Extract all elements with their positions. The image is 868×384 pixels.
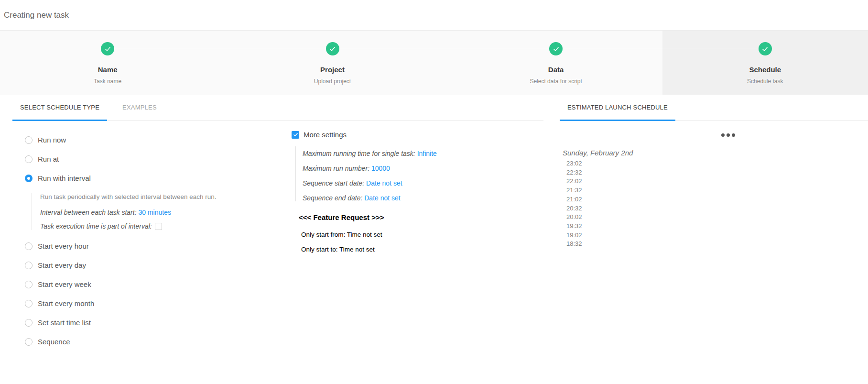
radio-option-set-start-time-list[interactable]: Set start time list [25,318,254,327]
radio-option-run-now[interactable]: Run now [25,136,254,144]
step-subtitle: Task name [94,78,121,85]
execution-setting-line: Task execution time is part of interval: [40,222,254,230]
launch-time-item: 21:02 [566,195,868,204]
radio-label: Start every week [38,280,91,288]
radio-option-start-every-month[interactable]: Start every month [25,299,254,307]
max-running-time-label: Maximum running time for single task: [303,150,415,157]
step-title: Name [98,66,118,74]
max-run-number-row: Maximum run number: 10000 [303,165,497,172]
schedule-tabs: SELECT SCHEDULE TYPE EXAMPLES [12,95,543,121]
radio-label: Start every day [38,261,86,269]
radio-icon[interactable] [25,155,33,163]
radio-icon[interactable] [25,300,33,307]
radio-checked-icon[interactable] [25,175,33,182]
more-settings-section: More settings Maximum running time for s… [292,131,497,252]
checkbox-checked-icon[interactable] [292,131,299,139]
step-subtitle: Select data for script [530,78,582,85]
radio-label: Run now [38,136,66,144]
content-area: Run now Run at Run with interval Run tas… [0,121,868,384]
launch-time-item: 20:02 [566,213,868,222]
schedule-date: Sunday, February 2nd [563,149,868,156]
execution-time-checkbox[interactable] [155,223,162,230]
estimated-launch-schedule-panel: Sunday, February 2nd 23:02 22:32 22:02 2… [560,121,868,249]
interval-value-link[interactable]: 30 minutes [138,208,171,216]
launch-time-item: 21:32 [566,186,868,195]
tab-estimated-launch-schedule[interactable]: ESTIMATED LAUNCH SCHEDULE [560,95,675,120]
radio-icon[interactable] [25,262,33,269]
max-run-number-label: Maximum run number: [303,165,369,172]
radio-option-sequence[interactable]: Sequence [25,338,254,346]
check-circle-icon [326,42,339,55]
step-subtitle: Schedule task [747,78,783,85]
sequence-end-date-row: Sequence end date: Date not set [303,195,497,201]
feature-request-section: <<< Feature Request >>> Only start from:… [292,214,497,252]
launch-time-item: 22:32 [566,168,868,177]
radio-label: Start every month [38,299,94,307]
step-data[interactable]: Data Select data for script [450,31,662,95]
only-start-from-text: Only start from: Time not set [301,231,497,238]
more-settings-label: More settings [304,131,347,139]
more-settings-items: Maximum running time for single task: In… [295,146,497,201]
radio-icon[interactable] [25,319,33,327]
launch-times-list: 23:02 22:32 22:02 21:32 21:02 20:32 20:0… [566,159,868,249]
radio-option-run-with-interval[interactable]: Run with interval [25,174,254,182]
schedule-type-list: Run now Run at Run with interval Run tas… [25,136,254,357]
step-schedule[interactable]: Schedule Schedule task [662,31,868,95]
check-circle-icon [549,42,563,55]
step-title: Project [320,66,345,74]
page-title: Creating new task [4,11,69,20]
more-settings-toggle[interactable]: More settings [292,131,497,139]
tabs-row: SELECT SCHEDULE TYPE EXAMPLES ESTIMATED … [0,95,868,121]
sequence-end-date-link[interactable]: Date not set [364,194,401,202]
launch-time-item: 19:32 [566,222,868,231]
sequence-start-date-label: Sequence start date: [303,179,364,187]
radio-icon[interactable] [25,338,33,346]
radio-label: Set start time list [38,318,91,327]
step-name[interactable]: Name Task name [0,31,215,95]
step-project[interactable]: Project Upload project [215,31,449,95]
radio-option-start-every-day[interactable]: Start every day [25,261,254,269]
stepper-band: Name Task name Project Upload project Da… [0,31,868,95]
ellipsis-icon [721,133,735,137]
launch-time-item: 22:02 [566,177,868,186]
stepper-connector-line [108,49,766,49]
radio-option-run-at[interactable]: Run at [25,155,254,163]
interval-description: Run task periodically with selected inte… [40,193,254,200]
feature-request-title: <<< Feature Request >>> [299,214,497,221]
radio-option-start-every-week[interactable]: Start every week [25,280,254,288]
interval-details: Run task periodically with selected inte… [32,193,254,230]
sequence-end-date-label: Sequence end date: [303,194,362,202]
radio-option-start-every-hour[interactable]: Start every hour [25,242,254,250]
radio-label: Run at [38,155,59,163]
check-circle-icon [759,42,772,55]
radio-icon[interactable] [25,136,33,144]
max-running-time-link[interactable]: Infinite [417,150,437,157]
interval-setting-line: Interval between each task start: 30 min… [40,208,254,216]
tab-select-schedule-type[interactable]: SELECT SCHEDULE TYPE [12,95,107,120]
step-subtitle: Upload project [314,78,351,85]
radio-label: Run with interval [38,174,91,182]
radio-icon[interactable] [25,242,33,250]
interval-label: Interval between each task start: [40,208,137,216]
launch-time-item: 20:32 [566,204,868,213]
sequence-start-date-link[interactable]: Date not set [366,179,402,187]
launch-time-item: 23:02 [566,159,868,168]
window-header: Creating new task [0,0,868,31]
launch-time-item: 18:32 [566,240,868,249]
tab-examples[interactable]: EXAMPLES [115,95,164,120]
radio-label: Sequence [38,338,70,346]
max-running-time-row: Maximum running time for single task: In… [303,150,497,157]
radio-label: Start every hour [38,242,89,250]
launch-schedule-tabs: ESTIMATED LAUNCH SCHEDULE [560,95,868,121]
check-circle-icon [101,42,114,55]
ellipsis-menu-button[interactable] [720,131,736,140]
sequence-start-date-row: Sequence start date: Date not set [303,180,497,187]
step-title: Data [548,66,564,74]
only-start-to-text: Only start to: Time not set [301,246,497,253]
execution-time-label: Task execution time is part of interval: [40,222,152,230]
launch-time-item: 19:02 [566,231,868,240]
step-title: Schedule [749,66,781,74]
max-run-number-link[interactable]: 10000 [371,165,390,172]
radio-icon[interactable] [25,281,33,288]
